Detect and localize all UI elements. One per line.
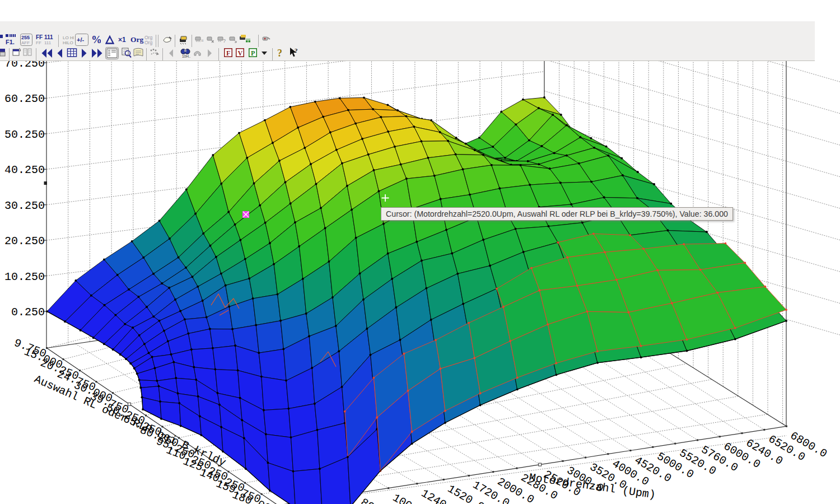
- svg-text:40.250: 40.250: [4, 164, 45, 176]
- svg-text:800: 800: [358, 496, 382, 504]
- svg-text:FF: FF: [36, 40, 41, 45]
- svg-text:F1.: F1.: [6, 39, 15, 45]
- svg-text:Org: Org: [144, 40, 152, 45]
- svg-text:30.250: 30.250: [4, 199, 45, 212]
- svg-text:LO HI: LO HI: [63, 35, 74, 40]
- svg-text:10H..: 10H..: [182, 54, 190, 58]
- svg-text:0.250: 0.250: [11, 306, 45, 319]
- svg-text:+/-: +/-: [77, 36, 84, 43]
- svg-text:FF: FF: [36, 34, 43, 40]
- svg-text:60.250: 60.250: [4, 92, 45, 105]
- svg-text:?: ?: [223, 38, 226, 44]
- svg-text:F: F: [226, 49, 230, 57]
- svg-text:AFF: AFF: [21, 40, 30, 45]
- svg-text:×1: ×1: [118, 36, 126, 44]
- svg-text:255: 255: [21, 35, 30, 40]
- svg-text:V: V: [237, 49, 242, 57]
- svg-text:10.250: 10.250: [4, 270, 45, 283]
- svg-text:%: %: [91, 34, 101, 45]
- svg-text:1000: 1000: [390, 491, 420, 504]
- svg-text:?: ?: [277, 48, 282, 59]
- svg-text:Org: Org: [130, 35, 143, 44]
- svg-text:50.250: 50.250: [4, 128, 45, 141]
- svg-text:111: 111: [44, 40, 52, 45]
- svg-text:1240: 1240: [419, 487, 449, 504]
- svg-text:P: P: [251, 49, 255, 57]
- svg-text:?: ?: [295, 47, 298, 54]
- svg-text:HILO: HILO: [63, 40, 73, 45]
- svg-text:111: 111: [44, 34, 53, 40]
- svg-text:=: =: [201, 38, 204, 43]
- svg-text:20.250: 20.250: [4, 235, 45, 248]
